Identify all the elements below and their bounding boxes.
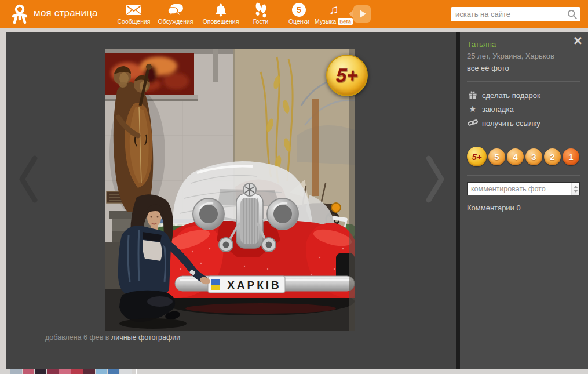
rate-1-button[interactable]: 1 xyxy=(563,148,579,165)
top-bar: моя страница Сообщения Обсуждения xyxy=(0,0,588,28)
license-plate: ХАРКІВ xyxy=(208,276,285,293)
stepper-down-icon xyxy=(574,190,578,193)
star-icon: ★ xyxy=(467,104,479,114)
rate-5-button[interactable]: 5 xyxy=(488,148,505,165)
rate-label: 4 xyxy=(513,152,517,162)
photo-sidebar: × Татьяна 25 лет, Украина, Харьков все е… xyxy=(460,32,588,369)
close-icon[interactable]: × xyxy=(574,33,582,48)
gift-icon xyxy=(467,90,479,100)
album-thumbnail[interactable] xyxy=(83,369,95,374)
user-name-link[interactable]: Татьяна xyxy=(467,40,580,49)
pointer-icon xyxy=(349,10,353,18)
photo-actions: сделать подарок ★ закладка получить ссыл… xyxy=(467,88,580,130)
nav-guests[interactable]: Гости xyxy=(240,2,282,25)
photo-viewer: ХАРКІВ xyxy=(6,32,456,369)
all-photos-link[interactable]: все её фото xyxy=(467,64,580,72)
viewer-divider xyxy=(456,32,460,369)
rate-5plus-button[interactable]: 5+ xyxy=(467,147,487,166)
photo-rating-badge-text: 5+ xyxy=(335,64,359,86)
envelope-icon xyxy=(113,2,155,17)
album-thumbnail[interactable] xyxy=(35,369,46,374)
comment-input[interactable] xyxy=(468,183,579,195)
bell-icon xyxy=(200,2,242,17)
marks-count-badge: 5 xyxy=(292,3,306,17)
nav-guests-label: Гости xyxy=(240,18,282,25)
user-details: 25 лет, Украина, Харьков xyxy=(467,52,580,60)
album-thumbnail[interactable] xyxy=(23,369,34,374)
page: моя страница Сообщения Обсуждения xyxy=(0,0,588,374)
nav-music-label: Музыка xyxy=(315,18,336,25)
divider xyxy=(467,81,580,82)
photo-rating-badge: 5+ xyxy=(326,55,368,96)
nav-discussions[interactable]: Обсуждения xyxy=(155,2,196,25)
music-note-icon: ♫ xyxy=(329,3,339,17)
album-thumbnail[interactable] xyxy=(71,369,83,374)
divider xyxy=(467,139,580,139)
page-title[interactable]: моя страница xyxy=(34,8,98,19)
rate-3-button[interactable]: 3 xyxy=(525,148,542,165)
rate-2-button[interactable]: 2 xyxy=(544,148,561,165)
comment-stepper[interactable] xyxy=(571,183,579,195)
prev-photo-arrow[interactable] xyxy=(17,155,39,204)
bookmark-label: закладка xyxy=(482,105,514,114)
chat-bubbles-icon xyxy=(155,2,196,17)
rate-label: 1 xyxy=(568,152,573,162)
link-icon xyxy=(467,119,479,127)
nav-messages-label: Сообщения xyxy=(113,18,155,25)
album-film-strip[interactable] xyxy=(0,369,588,374)
search-input[interactable] xyxy=(451,7,580,21)
play-button[interactable] xyxy=(353,5,371,23)
license-plate-text: ХАРКІВ xyxy=(227,279,282,291)
album-thumbnail[interactable] xyxy=(47,369,59,374)
photo-image: ХАРКІВ xyxy=(105,49,355,331)
make-gift-label: сделать подарок xyxy=(482,91,540,100)
rating-buttons: 5+ 5 4 3 2 1 xyxy=(467,147,580,166)
album-thumbnail[interactable] xyxy=(108,369,119,374)
bookmark-link[interactable]: ★ закладка xyxy=(467,102,580,116)
caption-prefix: добавлена 6 фев в xyxy=(45,333,111,342)
nav-notifications-label: Оповещения xyxy=(200,18,242,25)
album-thumbnail[interactable] xyxy=(10,369,22,374)
play-icon xyxy=(360,10,366,18)
site-search xyxy=(451,7,580,21)
ok-logo-icon[interactable] xyxy=(10,4,29,24)
album-thumbnail[interactable] xyxy=(96,369,107,374)
album-thumbnail[interactable] xyxy=(120,369,132,374)
nav-messages[interactable]: Сообщения xyxy=(113,2,155,25)
search-icon[interactable] xyxy=(567,9,578,22)
photo[interactable]: ХАРКІВ xyxy=(105,49,355,331)
rate-4-button[interactable]: 4 xyxy=(507,148,524,165)
footprints-icon xyxy=(240,2,282,17)
nav-notifications[interactable]: Оповещения xyxy=(200,2,242,25)
album-thumbnail[interactable] xyxy=(59,369,71,374)
comments-header: Комментарии 0 xyxy=(467,204,580,212)
comment-box xyxy=(467,182,580,195)
stepper-up-icon xyxy=(574,186,578,188)
rate-label: 3 xyxy=(531,152,536,162)
rate-label: 2 xyxy=(550,152,554,162)
photo-caption: добавлена 6 фев в личные фотографии xyxy=(45,333,180,342)
make-gift-link[interactable]: сделать подарок xyxy=(467,88,580,102)
next-photo-arrow[interactable] xyxy=(424,155,446,204)
rate-label: 5+ xyxy=(472,152,481,162)
nav-discussions-label: Обсуждения xyxy=(155,18,196,25)
rate-label: 5 xyxy=(494,152,499,162)
divider xyxy=(467,175,580,176)
get-link-label: получить ссылку xyxy=(482,119,540,128)
strip-separator xyxy=(136,369,137,374)
get-link-link[interactable]: получить ссылку xyxy=(467,116,580,130)
album-link[interactable]: личные фотографии xyxy=(111,333,180,342)
music-player-launcher[interactable] xyxy=(349,5,371,23)
